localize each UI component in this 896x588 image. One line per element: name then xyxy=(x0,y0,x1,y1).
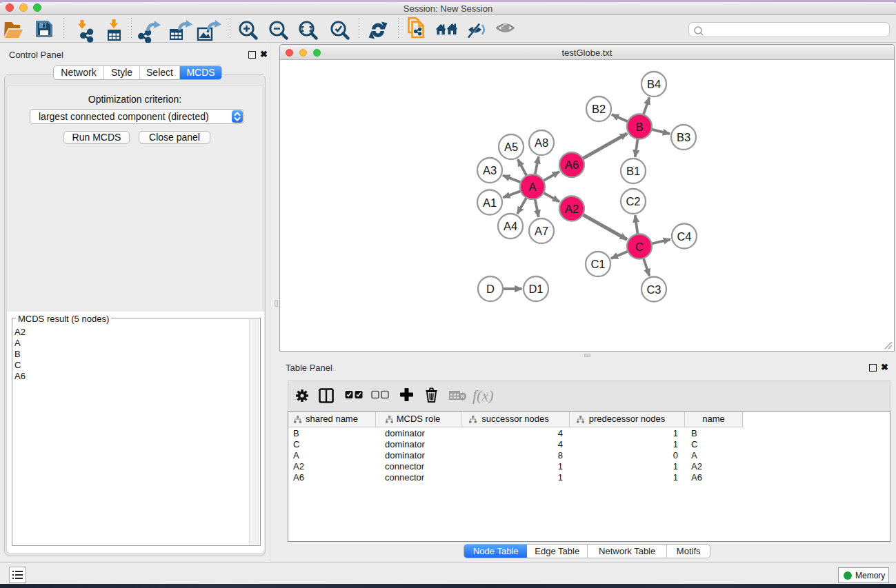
svg-text:B4: B4 xyxy=(647,78,661,90)
svg-text:A2: A2 xyxy=(565,203,579,215)
svg-text:B1: B1 xyxy=(626,165,640,177)
svg-text:C1: C1 xyxy=(590,258,605,270)
svg-text:A7: A7 xyxy=(535,225,548,237)
svg-text:A6: A6 xyxy=(565,159,579,171)
svg-text:B3: B3 xyxy=(677,131,690,143)
svg-text:A3: A3 xyxy=(483,164,497,176)
svg-text:A5: A5 xyxy=(504,141,518,153)
svg-text:B2: B2 xyxy=(592,103,606,115)
svg-text:C2: C2 xyxy=(626,195,640,207)
svg-text:A4: A4 xyxy=(504,220,517,232)
svg-text:A1: A1 xyxy=(483,196,497,209)
svg-text:C4: C4 xyxy=(677,230,691,243)
svg-text:D1: D1 xyxy=(528,283,543,295)
svg-text:B: B xyxy=(635,121,643,133)
svg-text:C: C xyxy=(635,241,644,253)
svg-text:A8: A8 xyxy=(535,136,548,149)
svg-text:D: D xyxy=(486,283,495,295)
svg-text:A: A xyxy=(528,181,536,193)
svg-text:C3: C3 xyxy=(646,283,661,296)
